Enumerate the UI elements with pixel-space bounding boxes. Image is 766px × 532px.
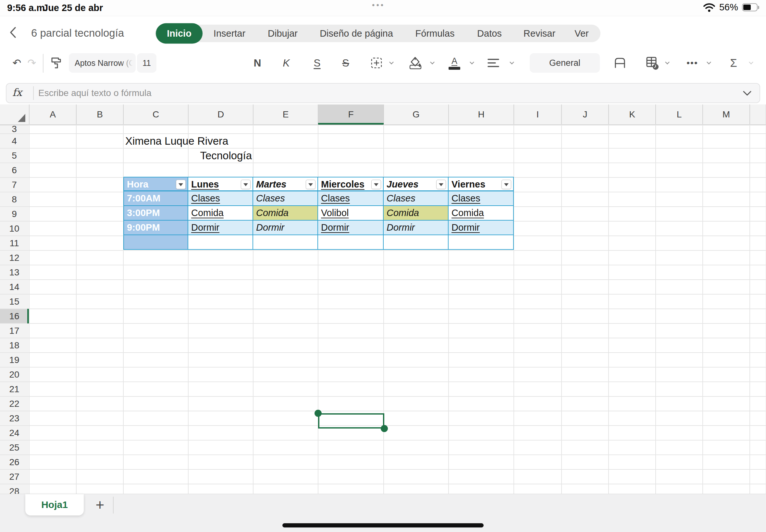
home-indicator[interactable]	[282, 523, 484, 527]
table-header-lunes[interactable]: Lunes	[188, 177, 253, 191]
row-header-13[interactable]: 13	[0, 267, 29, 278]
underline-button[interactable]: S	[313, 49, 320, 77]
format-painter-icon[interactable]	[49, 49, 63, 77]
row-header-18[interactable]: 18	[0, 340, 29, 351]
filter-button-jueves[interactable]	[436, 180, 446, 189]
alignment-icon[interactable]	[487, 49, 500, 77]
spreadsheet-grid[interactable]: ABCDEFGHIJKLM345678910111213141516171819…	[0, 104, 766, 494]
more-formatting-chevron[interactable]	[707, 60, 711, 66]
filter-button-miercoles[interactable]	[371, 180, 381, 189]
row-header-17[interactable]: 17	[0, 325, 29, 336]
row-header-15[interactable]: 15	[0, 296, 29, 307]
formula-expand-chevron[interactable]	[743, 90, 752, 96]
column-header-H[interactable]: H	[449, 109, 514, 120]
table-header-viernes[interactable]: Viernes	[449, 177, 514, 191]
fill-color-icon[interactable]	[408, 49, 423, 77]
table-cell-r8c1[interactable]: Clases	[188, 191, 253, 206]
table-cell-r8c5[interactable]: Clases	[449, 191, 514, 206]
table-cell-r9c5[interactable]: Comida	[449, 206, 514, 221]
row-header-27[interactable]: 27	[0, 471, 29, 482]
back-button[interactable]	[6, 25, 21, 40]
row-header-24[interactable]: 24	[0, 428, 29, 439]
row-header-12[interactable]: 12	[0, 252, 29, 263]
font-color-dropdown-chevron[interactable]	[470, 60, 474, 66]
row-header-25[interactable]: 25	[0, 442, 29, 453]
table-cell-r8c4[interactable]: Clases	[384, 191, 449, 206]
ribbon-tab-dibujar[interactable]: Dibujar	[259, 24, 306, 43]
cell-time-7:00am[interactable]: 7:00AM	[123, 191, 188, 206]
select-all-corner[interactable]	[17, 113, 27, 123]
table-cell-r11c3[interactable]	[318, 235, 384, 250]
font-name-select[interactable]: Aptos Narrow (Cue	[69, 53, 136, 73]
row-header-8[interactable]: 8	[0, 194, 29, 205]
filter-button-martes[interactable]	[306, 180, 315, 189]
alignment-dropdown-chevron[interactable]	[510, 60, 514, 66]
ribbon-tab-insertar[interactable]: Insertar	[205, 24, 254, 43]
filter-button-viernes[interactable]	[502, 180, 511, 189]
fill-color-dropdown-chevron[interactable]	[431, 60, 435, 66]
undo-button[interactable]: ↶	[13, 49, 21, 77]
autosum-chevron[interactable]	[749, 60, 753, 66]
column-header-D[interactable]: D	[188, 109, 253, 120]
table-cell-r9c4[interactable]: Comida	[384, 206, 449, 221]
row-header-5[interactable]: 5	[0, 150, 29, 161]
row-header-3[interactable]: 3	[0, 124, 29, 135]
format-as-table-dropdown-chevron[interactable]	[665, 60, 670, 66]
filter-button-hora[interactable]	[176, 180, 186, 189]
format-as-table-icon[interactable]	[645, 49, 660, 77]
table-cell-r10c5[interactable]: Dormir	[449, 221, 514, 235]
italic-button[interactable]: K	[283, 49, 289, 77]
font-color-icon[interactable]: A	[449, 49, 460, 77]
row-header-16[interactable]: 16	[0, 311, 29, 322]
ribbon-tab-diseno-de-pagina[interactable]: Diseño de página	[311, 24, 402, 43]
borders-dropdown-chevron[interactable]	[390, 60, 394, 66]
row-header-9[interactable]: 9	[0, 209, 29, 220]
cell-time-empty[interactable]	[123, 235, 188, 250]
column-header-K[interactable]: K	[609, 109, 656, 120]
row-header-7[interactable]: 7	[0, 179, 29, 190]
formula-input[interactable]: fx Escribe aquí texto o fórmula	[6, 83, 760, 103]
row-header-26[interactable]: 26	[0, 457, 29, 468]
column-header-F[interactable]: F	[318, 109, 384, 120]
ribbon-tab-ver[interactable]: Ver	[566, 24, 597, 43]
column-header-E[interactable]: E	[253, 109, 318, 120]
column-header-I[interactable]: I	[514, 109, 562, 120]
table-cell-r11c1[interactable]	[188, 235, 253, 250]
row-header-21[interactable]: 21	[0, 384, 29, 395]
row-header-22[interactable]: 22	[0, 398, 29, 409]
row-header-10[interactable]: 10	[0, 223, 29, 234]
column-header-J[interactable]: J	[562, 109, 609, 120]
autosum-button[interactable]: Σ	[730, 49, 737, 77]
table-cell-r11c5[interactable]	[449, 235, 514, 250]
column-header-C[interactable]: C	[123, 109, 188, 120]
row-header-11[interactable]: 11	[0, 238, 29, 249]
table-cell-r11c4[interactable]	[384, 235, 449, 250]
table-cell-r10c1[interactable]: Dormir	[188, 221, 253, 235]
column-header-L[interactable]: L	[656, 109, 703, 120]
sheet-tab-hoja1[interactable]: Hoja1	[25, 494, 84, 515]
add-sheet-button[interactable]: +	[90, 494, 110, 515]
table-cell-r9c3[interactable]: Volibol	[318, 206, 384, 221]
ribbon-tab-datos[interactable]: Datos	[469, 24, 510, 43]
row-header-28[interactable]: 28	[0, 486, 29, 494]
column-header-G[interactable]: G	[384, 109, 449, 120]
merge-cells-icon[interactable]	[613, 49, 627, 77]
ribbon-tab-inicio[interactable]: Inicio	[156, 23, 202, 44]
bold-button[interactable]: N	[253, 49, 261, 77]
table-header-martes[interactable]: Martes	[253, 177, 318, 191]
table-cell-r10c4[interactable]: Dormir	[384, 221, 449, 235]
ribbon-tab-formulas[interactable]: Fórmulas	[407, 24, 463, 43]
table-header-jueves[interactable]: Jueves	[384, 177, 449, 191]
cell-D5[interactable]: Tecnología	[188, 148, 252, 163]
more-formatting-button[interactable]: •••	[687, 49, 698, 77]
row-header-6[interactable]: 6	[0, 165, 29, 176]
redo-button[interactable]: ↷	[28, 49, 36, 77]
ribbon-tab-revisar[interactable]: Revisar	[515, 24, 564, 43]
cell-time-3:00pm[interactable]: 3:00PM	[123, 206, 188, 221]
column-header-A[interactable]: A	[29, 109, 76, 120]
cell-C4[interactable]: Ximena Luque Rivera	[125, 134, 261, 148]
filter-button-lunes[interactable]	[241, 180, 250, 189]
row-header-23[interactable]: 23	[0, 413, 29, 424]
row-header-20[interactable]: 20	[0, 369, 29, 380]
row-header-4[interactable]: 4	[0, 136, 29, 147]
